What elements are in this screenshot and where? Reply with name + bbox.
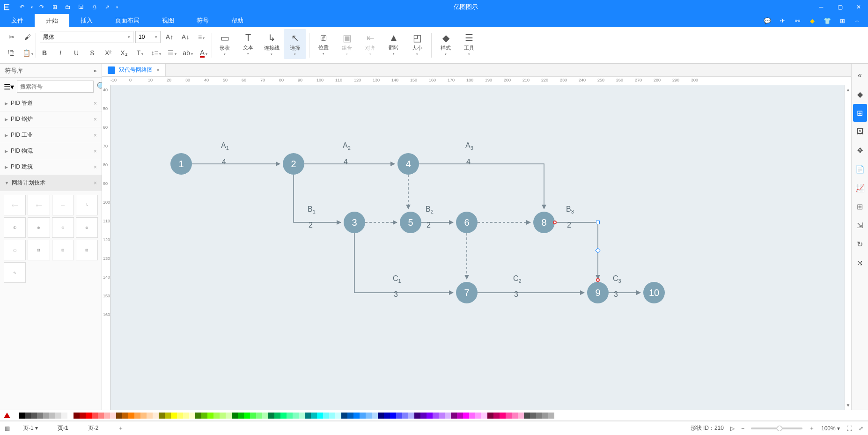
network-node-2[interactable]: 2 xyxy=(283,153,304,175)
color-swatch[interactable] xyxy=(280,413,287,419)
page-dropdown[interactable]: 页-1 ▾ xyxy=(16,423,44,433)
category-网络计划技术[interactable]: ▼网络计划技术× xyxy=(0,175,102,191)
copy-icon[interactable]: ⿻ xyxy=(5,46,19,60)
network-node-8[interactable]: 8 xyxy=(533,212,555,233)
color-swatch[interactable] xyxy=(323,413,329,419)
history-panel-icon[interactable]: ↻ xyxy=(853,235,867,253)
category-PID 工业[interactable]: ▶PID 工业× xyxy=(0,127,102,143)
color-swatch[interactable] xyxy=(366,413,372,419)
shape-thumb[interactable]: └ xyxy=(76,195,98,215)
export-panel-icon[interactable]: ⇲ xyxy=(853,216,867,234)
connection-point[interactable] xyxy=(596,278,600,282)
network-node-9[interactable]: 9 xyxy=(587,282,609,303)
color-swatch[interactable] xyxy=(19,413,25,419)
color-swatch[interactable] xyxy=(110,413,116,419)
connection-point[interactable] xyxy=(553,221,557,224)
color-swatch[interactable] xyxy=(542,413,548,419)
color-swatch[interactable] xyxy=(274,413,280,419)
color-swatch[interactable] xyxy=(481,413,487,419)
redo-icon[interactable]: ↷ xyxy=(36,1,48,13)
color-swatch[interactable] xyxy=(92,413,98,419)
open-icon[interactable]: 🗀 xyxy=(62,1,74,13)
export-icon[interactable]: ↗ xyxy=(101,1,113,13)
color-swatch[interactable] xyxy=(341,413,347,419)
color-swatch[interactable] xyxy=(232,413,238,419)
increase-font-icon[interactable]: A↑ xyxy=(162,30,177,44)
network-node-4[interactable]: 4 xyxy=(397,153,419,175)
color-swatch[interactable] xyxy=(493,413,500,419)
color-swatch[interactable] xyxy=(317,413,323,419)
table-panel-icon[interactable]: ⊞ xyxy=(853,198,867,215)
color-swatch[interactable] xyxy=(396,413,402,419)
color-swatch[interactable] xyxy=(329,413,335,419)
fit-page-icon[interactable]: ⛶ xyxy=(846,425,852,432)
color-swatch[interactable] xyxy=(226,413,232,419)
color-swatch[interactable] xyxy=(427,413,433,419)
color-swatch[interactable] xyxy=(140,413,147,419)
shape-thumb[interactable]: ⊞ xyxy=(76,240,98,260)
color-swatch[interactable] xyxy=(463,413,469,419)
subscript-icon[interactable]: X₂ xyxy=(117,46,131,60)
color-swatch[interactable] xyxy=(220,413,226,419)
tools-button[interactable]: ☰工具▾ xyxy=(458,29,480,59)
decrease-font-icon[interactable]: A↓ xyxy=(178,30,192,44)
color-swatch[interactable] xyxy=(183,413,189,419)
color-swatch[interactable] xyxy=(457,413,463,419)
network-node-7[interactable]: 7 xyxy=(456,282,478,303)
color-swatch[interactable] xyxy=(49,413,55,419)
shape-thumb[interactable]: ∿ xyxy=(4,262,26,283)
theme-panel-icon[interactable]: ◆ xyxy=(853,85,867,103)
print-icon[interactable]: ⎙ xyxy=(88,1,100,13)
menu-tab-页面布局[interactable]: 页面布局 xyxy=(104,14,151,27)
select-button[interactable]: ↖选择▾ xyxy=(284,29,306,59)
shape-button[interactable]: ▭形状▾ xyxy=(213,29,236,59)
shape-thumb[interactable]: ⊞ xyxy=(52,240,74,260)
font-color-icon[interactable]: A xyxy=(197,46,211,60)
scroll-down-icon[interactable]: ▼ xyxy=(846,403,851,408)
shape-thumb[interactable]: ○— xyxy=(28,195,50,215)
color-swatch[interactable] xyxy=(311,413,317,419)
menu-tab-插入[interactable]: 插入 xyxy=(69,14,104,27)
network-node-3[interactable]: 3 xyxy=(344,212,365,233)
qat-more-icon[interactable]: ▾ xyxy=(114,1,120,13)
network-node-10[interactable]: 10 xyxy=(643,282,665,303)
color-swatch[interactable] xyxy=(153,413,159,419)
menu-tab-文件[interactable]: 文件 xyxy=(0,14,35,27)
layout-panel-icon[interactable]: ⊞ xyxy=(853,104,867,122)
shape-thumb[interactable]: ⊕ xyxy=(28,217,50,238)
new-icon[interactable]: ⊞ xyxy=(49,1,61,13)
category-PID 锅炉[interactable]: ▶PID 锅炉× xyxy=(0,111,102,127)
color-swatch[interactable] xyxy=(512,413,518,419)
color-swatch[interactable] xyxy=(500,413,506,419)
color-swatch[interactable] xyxy=(268,413,274,419)
maximize-button[interactable]: ▢ xyxy=(831,0,849,14)
color-swatch[interactable] xyxy=(475,413,481,419)
network-node-1[interactable]: 1 xyxy=(170,153,192,175)
color-swatch[interactable] xyxy=(487,413,493,419)
menu-tab-符号[interactable]: 符号 xyxy=(185,14,220,27)
category-PID 管道[interactable]: ▶PID 管道× xyxy=(0,96,102,111)
color-swatch[interactable] xyxy=(80,413,86,419)
color-swatch[interactable] xyxy=(536,413,542,419)
scroll-up-icon[interactable]: ▲ xyxy=(846,87,851,92)
cut-icon[interactable]: ✂ xyxy=(5,30,19,44)
shape-thumb[interactable]: ① xyxy=(4,217,26,238)
color-swatch[interactable] xyxy=(250,413,256,419)
color-swatch[interactable] xyxy=(390,413,396,419)
color-swatch[interactable] xyxy=(171,413,177,419)
underline-icon[interactable]: U xyxy=(69,46,83,60)
color-swatch[interactable] xyxy=(189,413,195,419)
paste-icon[interactable]: 📋 xyxy=(21,46,35,60)
menu-tab-帮助[interactable]: 帮助 xyxy=(220,14,255,27)
color-swatch[interactable] xyxy=(43,413,49,419)
fullscreen-icon[interactable]: ⤢ xyxy=(859,425,863,432)
page-tab[interactable]: 页-1 xyxy=(51,423,75,433)
color-swatch[interactable] xyxy=(159,413,165,419)
close-tab-icon[interactable]: × xyxy=(156,67,160,74)
layers-panel-icon[interactable]: ❖ xyxy=(853,141,867,159)
color-swatch[interactable] xyxy=(128,413,134,419)
text-button[interactable]: T文本▾ xyxy=(237,29,259,59)
color-swatch[interactable] xyxy=(414,413,420,419)
color-swatch[interactable] xyxy=(262,413,268,419)
size-button[interactable]: ◰大小▾ xyxy=(406,29,428,59)
